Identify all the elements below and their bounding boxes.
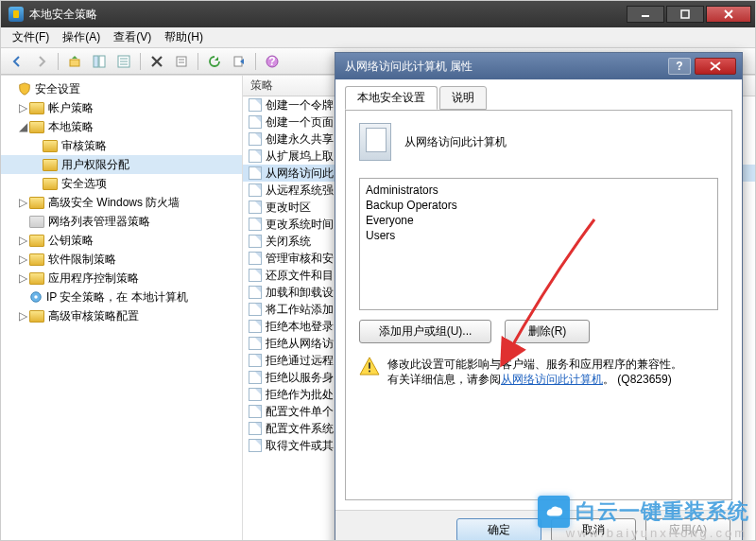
tree-firewall[interactable]: ▷高级安全 Windows 防火墙 (1, 193, 242, 212)
apply-button[interactable]: 应用(A) (645, 518, 730, 541)
user-item[interactable]: Backup Operators (366, 198, 712, 213)
policy-icon (249, 388, 262, 401)
export-button[interactable] (229, 51, 249, 72)
policy-icon (249, 320, 262, 333)
policy-label: 更改系统时间 (266, 217, 334, 233)
dialog-titlebar[interactable]: 从网络访问此计算机 属性 ? (335, 53, 742, 79)
tree-pubkey[interactable]: ▷公钥策略 (1, 231, 242, 250)
user-listbox[interactable]: AdministratorsBackup OperatorsEveryoneUs… (359, 178, 718, 310)
policy-label: 取得文件或其 (266, 438, 334, 454)
tab-explain[interactable]: 说明 (439, 86, 487, 110)
user-item[interactable]: Users (366, 228, 712, 243)
policy-label: 从远程系统强 (266, 183, 334, 199)
back-button[interactable] (7, 51, 27, 72)
remove-button[interactable]: 删除(R) (505, 320, 590, 343)
tree-appctrl[interactable]: ▷应用程序控制策略 (1, 269, 242, 288)
folder-icon (29, 197, 44, 209)
chevron-down-icon[interactable]: ◢ (16, 120, 29, 133)
policy-icon (249, 252, 262, 265)
policy-icon (249, 337, 262, 350)
policy-label: 更改时区 (266, 200, 311, 216)
policy-icon (249, 354, 262, 367)
minimize-button[interactable] (627, 6, 664, 23)
policy-icon (249, 269, 262, 282)
titlebar: 本地安全策略 (1, 1, 755, 27)
policy-label: 拒绝本地登录 (266, 319, 334, 335)
policy-icon (249, 371, 262, 384)
policy-icon (249, 98, 262, 112)
help-button[interactable]: ? (262, 51, 283, 72)
tree-sec-options[interactable]: 安全选项 (1, 174, 242, 193)
policy-label: 加载和卸载设 (266, 285, 334, 301)
svg-rect-18 (369, 362, 370, 368)
add-user-button[interactable]: 添加用户或组(U)... (359, 320, 491, 343)
ok-button[interactable]: 确定 (456, 518, 541, 541)
user-item[interactable]: Everyone (366, 213, 712, 228)
warning-icon (359, 357, 380, 375)
tree-local[interactable]: ◢本地策略 (1, 117, 242, 136)
delete-button[interactable] (146, 51, 167, 72)
chevron-right-icon[interactable]: ▷ (16, 253, 29, 266)
policy-label: 拒绝以服务身 (266, 370, 334, 386)
tree-account[interactable]: ▷帐户策略 (1, 98, 242, 117)
maximize-button[interactable] (666, 6, 704, 23)
policy-label: 配置文件系统 (266, 421, 334, 437)
warning-link[interactable]: 从网络访问此计算机 (501, 373, 603, 386)
policy-icon (249, 235, 262, 248)
menubar: 文件(F) 操作(A) 查看(V) 帮助(H) (1, 27, 755, 48)
tree-user-rights[interactable]: 用户权限分配 (1, 155, 242, 174)
folder-icon (43, 140, 58, 152)
policy-label: 管理审核和安 (266, 251, 334, 267)
folder-icon (29, 253, 44, 266)
policy-label: 还原文件和目 (266, 268, 334, 284)
svg-text:?: ? (268, 55, 275, 68)
folder-icon (43, 178, 58, 190)
dialog-close-button[interactable] (695, 58, 736, 75)
policy-icon (249, 303, 262, 316)
properties-button[interactable] (171, 51, 192, 72)
user-item[interactable]: Administrators (366, 183, 712, 198)
menu-help[interactable]: 帮助(H) (159, 27, 209, 47)
tree-panel[interactable]: 安全设置 ▷帐户策略 ◢本地策略 审核策略 用户权限分配 安全选项 ▷高级安全 … (1, 76, 243, 540)
tree-root[interactable]: 安全设置 (1, 79, 242, 98)
chevron-right-icon[interactable]: ▷ (16, 271, 29, 285)
policy-label: 拒绝通过远程 (266, 353, 334, 369)
shield-icon (29, 290, 43, 304)
refresh-button[interactable] (204, 51, 225, 72)
policy-label: 将工作站添加 (266, 302, 334, 318)
menu-view[interactable]: 查看(V) (108, 27, 157, 47)
policy-icon (249, 439, 262, 452)
folder-icon (29, 216, 44, 228)
tree-netlist[interactable]: 网络列表管理器策略 (1, 212, 242, 231)
dialog-footer: 确定 取消 应用(A) (335, 510, 742, 541)
cancel-button[interactable]: 取消 (551, 518, 636, 541)
svg-point-16 (34, 295, 38, 299)
tree-audit[interactable]: 审核策略 (1, 136, 242, 155)
policy-icon (249, 166, 262, 180)
menu-action[interactable]: 操作(A) (57, 27, 106, 47)
up-button[interactable] (64, 51, 85, 72)
close-button[interactable] (706, 6, 751, 23)
menu-file[interactable]: 文件(F) (7, 27, 55, 47)
show-tree-button[interactable] (89, 51, 110, 72)
tree-software-restrict[interactable]: ▷软件限制策略 (1, 250, 242, 269)
show-list-button[interactable] (113, 51, 134, 72)
tree-ipsec[interactable]: IP 安全策略，在 本地计算机 (1, 288, 242, 306)
policy-label: 拒绝从网络访 (266, 336, 334, 352)
policy-label: 从网络访问此 (266, 166, 334, 182)
chevron-right-icon[interactable]: ▷ (16, 196, 29, 209)
forward-button[interactable] (31, 51, 52, 72)
chevron-right-icon[interactable]: ▷ (16, 309, 29, 323)
tab-local-security[interactable]: 本地安全设置 (345, 86, 438, 110)
chevron-right-icon[interactable]: ▷ (16, 234, 29, 247)
compatibility-warning: 修改此设置可能影响与客户端、服务和应用程序的兼容性。 有关详细信息，请参阅从网络… (359, 357, 718, 387)
chevron-right-icon[interactable]: ▷ (16, 101, 29, 114)
policy-icon (359, 123, 391, 161)
dialog-help-button[interactable]: ? (668, 58, 691, 75)
tree-advanced-audit[interactable]: ▷高级审核策略配置 (1, 306, 242, 325)
policy-icon (249, 286, 262, 299)
policy-icon (249, 149, 262, 163)
folder-icon (43, 159, 58, 171)
policy-label: 创建一个令牌 (266, 97, 334, 113)
policy-icon (249, 422, 262, 435)
